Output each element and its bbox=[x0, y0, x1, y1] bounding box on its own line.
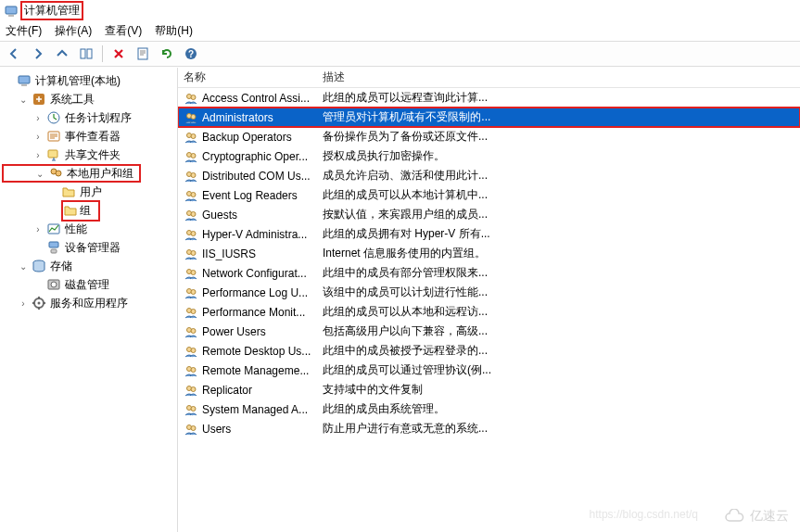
list-row[interactable]: Network Configurat...此组中的成员有部分管理权限来... bbox=[178, 263, 800, 283]
group-name: Cryptographic Oper... bbox=[202, 150, 308, 163]
services-icon bbox=[32, 296, 46, 310]
menu-file[interactable]: 文件(F) bbox=[6, 23, 42, 39]
list-row[interactable]: Remote Manageme...此组的成员可以通过管理协议(例... bbox=[178, 361, 800, 380]
menu-help[interactable]: 帮助(H) bbox=[155, 23, 193, 39]
tree-performance[interactable]: › 性能 bbox=[2, 220, 175, 238]
list-row[interactable]: System Managed A...此组的成员由系统管理。 bbox=[178, 399, 800, 419]
group-name-cell: IIS_IUSRS bbox=[178, 247, 317, 261]
list-row[interactable]: Users防止用户进行有意或无意的系统... bbox=[178, 419, 800, 438]
list-row[interactable]: Replicator支持域中的文件复制 bbox=[178, 380, 800, 399]
group-icon bbox=[184, 266, 198, 281]
folder-icon bbox=[61, 184, 76, 199]
group-icon bbox=[184, 383, 198, 398]
group-icon bbox=[184, 344, 198, 359]
group-name: Remote Manageme... bbox=[202, 364, 309, 377]
expander-icon[interactable]: ⌄ bbox=[33, 169, 46, 179]
expander-icon[interactable]: › bbox=[32, 224, 44, 234]
group-name: Distributed COM Us... bbox=[202, 170, 311, 183]
menu-view[interactable]: 查看(V) bbox=[105, 23, 142, 39]
wrench-icon bbox=[32, 92, 46, 107]
tree-label: 用户 bbox=[78, 184, 104, 201]
list-row[interactable]: Backup Operators备份操作员为了备份或还原文件... bbox=[178, 127, 800, 146]
group-icon bbox=[184, 149, 198, 164]
properties-button[interactable] bbox=[133, 44, 153, 64]
list-row[interactable]: Performance Monit...此组的成员可以从本地和远程访... bbox=[178, 302, 800, 322]
refresh-button[interactable] bbox=[157, 44, 177, 64]
expander-icon[interactable]: ⌄ bbox=[17, 95, 30, 105]
tree-root[interactable]: 计算机管理(本地) bbox=[2, 71, 175, 90]
group-name: Users bbox=[202, 423, 231, 436]
tree-label: 存储 bbox=[48, 258, 74, 275]
column-name[interactable]: 名称 bbox=[178, 70, 317, 85]
group-name-cell: Network Configurat... bbox=[178, 266, 317, 281]
group-name-cell: Access Control Assi... bbox=[178, 91, 317, 106]
show-panes-button[interactable] bbox=[76, 44, 96, 64]
tree-label: 设备管理器 bbox=[63, 239, 122, 257]
back-button[interactable] bbox=[4, 44, 24, 64]
list-row[interactable]: Event Log Readers此组的成员可以从本地计算机中... bbox=[178, 185, 800, 205]
help-button[interactable] bbox=[181, 44, 201, 64]
group-icon bbox=[184, 305, 198, 320]
list-row[interactable]: Administrators管理员对计算机/域有不受限制的... bbox=[178, 108, 800, 127]
group-icon bbox=[184, 402, 198, 417]
tree-storage[interactable]: ⌄ 存储 bbox=[2, 257, 175, 275]
group-desc: Internet 信息服务使用的内置组。 bbox=[317, 246, 800, 261]
tree-users[interactable]: 用户 bbox=[2, 183, 175, 201]
up-button[interactable] bbox=[52, 44, 72, 64]
tree-label: 任务计划程序 bbox=[63, 109, 133, 127]
watermark-text: 亿速云 bbox=[750, 508, 789, 525]
forward-button[interactable] bbox=[28, 44, 48, 64]
tree-device-manager[interactable]: 设备管理器 bbox=[2, 238, 175, 257]
group-desc: 此组的成员由系统管理。 bbox=[317, 401, 800, 417]
tree-shared-folders[interactable]: › 共享文件夹 bbox=[2, 146, 175, 164]
group-name: Performance Monit... bbox=[202, 306, 305, 319]
group-name: Remote Desktop Us... bbox=[202, 345, 311, 358]
expander-icon[interactable]: › bbox=[32, 132, 44, 142]
tree-services-apps[interactable]: › 服务和应用程序 bbox=[2, 294, 175, 312]
menubar: 文件(F) 操作(A) 查看(V) 帮助(H) bbox=[0, 20, 800, 41]
storage-icon bbox=[32, 259, 46, 273]
event-icon bbox=[46, 129, 61, 144]
tree-event-viewer[interactable]: › 事件查看器 bbox=[2, 127, 175, 146]
toolbar bbox=[0, 41, 800, 67]
group-name-cell: Guests bbox=[178, 208, 317, 222]
group-icon bbox=[184, 285, 198, 300]
expander-icon[interactable]: › bbox=[32, 113, 44, 123]
group-name: Administrators bbox=[202, 111, 273, 124]
group-name: Performance Log U... bbox=[202, 286, 308, 299]
list-row[interactable]: Power Users包括高级用户以向下兼容，高级... bbox=[178, 322, 800, 341]
list-body: Access Control Assi...此组的成员可以远程查询此计算...A… bbox=[178, 88, 800, 532]
list-row[interactable]: Hyper-V Administra...此组的成员拥有对 Hyper-V 所有… bbox=[178, 224, 800, 244]
list-row[interactable]: Distributed COM Us...成员允许启动、激活和使用此计... bbox=[178, 166, 800, 185]
list-row[interactable]: IIS_IUSRSInternet 信息服务使用的内置组。 bbox=[178, 244, 800, 263]
expander-icon[interactable]: › bbox=[17, 298, 30, 309]
group-name: Event Log Readers bbox=[202, 189, 298, 202]
group-name-cell: Hyper-V Administra... bbox=[178, 227, 317, 242]
list-row[interactable]: Performance Log U...该组中的成员可以计划进行性能... bbox=[178, 283, 800, 302]
expander-icon[interactable]: ⌄ bbox=[17, 261, 30, 272]
group-name: IIS_IUSRS bbox=[202, 247, 256, 260]
list-row[interactable]: Cryptographic Oper...授权成员执行加密操作。 bbox=[178, 146, 800, 166]
group-desc: 此组的成员可以远程查询此计算... bbox=[317, 90, 800, 106]
window-title: 计算机管理 bbox=[20, 1, 83, 20]
group-icon bbox=[184, 110, 198, 125]
tree-disk-management[interactable]: 磁盘管理 bbox=[2, 275, 175, 294]
group-icon bbox=[184, 169, 198, 184]
group-name-cell: Remote Desktop Us... bbox=[178, 344, 317, 359]
group-desc: 支持域中的文件复制 bbox=[317, 382, 800, 398]
delete-button[interactable] bbox=[108, 44, 129, 64]
group-name-cell: Remote Manageme... bbox=[178, 363, 317, 378]
tree-local-users-groups[interactable]: ⌄ 本地用户和组 bbox=[2, 164, 141, 183]
group-desc: 此组的成员拥有对 Hyper-V 所有... bbox=[317, 226, 800, 242]
list-row[interactable]: Remote Desktop Us...此组中的成员被授予远程登录的... bbox=[178, 341, 800, 361]
group-name-cell: System Managed A... bbox=[178, 402, 317, 417]
list-row[interactable]: Guests按默认值，来宾跟用户组的成员... bbox=[178, 205, 800, 224]
tree-groups[interactable]: 组 bbox=[2, 201, 175, 220]
group-desc: 此组的成员可以从本地计算机中... bbox=[317, 187, 800, 203]
tree-task-scheduler[interactable]: › 任务计划程序 bbox=[2, 108, 175, 127]
expander-icon[interactable]: › bbox=[32, 150, 44, 160]
menu-action[interactable]: 操作(A) bbox=[55, 23, 92, 39]
list-row[interactable]: Access Control Assi...此组的成员可以远程查询此计算... bbox=[178, 88, 800, 108]
tree-system-tools[interactable]: ⌄ 系统工具 bbox=[2, 90, 175, 108]
column-desc[interactable]: 描述 bbox=[317, 70, 800, 85]
